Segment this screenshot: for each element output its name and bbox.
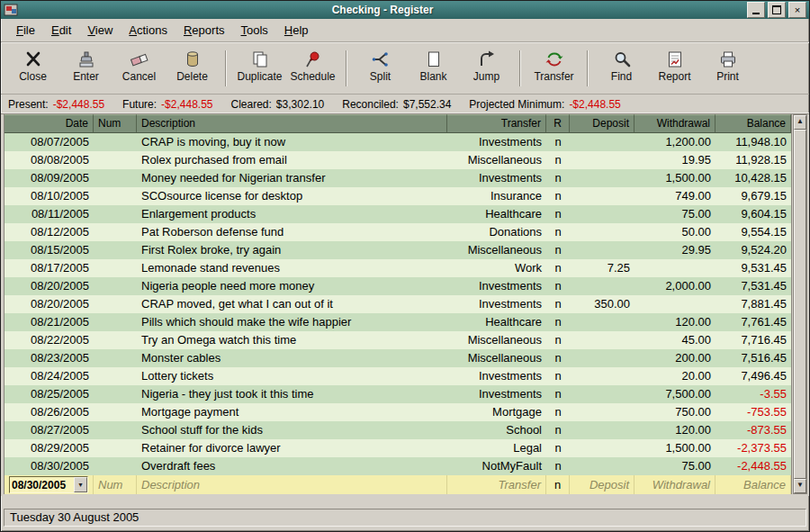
edit-reconcile-field[interactable]: n — [546, 475, 570, 494]
column-header-transfer[interactable]: Transfer — [447, 114, 546, 133]
table-row[interactable]: 08/17/2005 Lemonade stand revenues Work … — [4, 259, 791, 277]
table-row[interactable]: 08/07/2005 CRAP is moving, buy it now In… — [4, 133, 791, 151]
menu-file[interactable]: File — [8, 21, 43, 40]
vertical-scrollbar[interactable]: ▲ ▼ — [793, 114, 807, 494]
table-row[interactable]: 08/08/2005 Rolex purchased from email Mi… — [4, 151, 791, 169]
table-row[interactable]: 08/10/2005 SCOsource license for desktop… — [4, 187, 791, 205]
column-header-deposit[interactable]: Deposit — [570, 114, 634, 133]
menu-edit[interactable]: Edit — [43, 21, 79, 40]
menubar: File Edit View Actions Reports Tools Hel… — [1, 19, 809, 42]
cell-withdrawal: 120.00 — [634, 313, 716, 331]
cell-date: 08/11/2005 — [4, 205, 94, 223]
find-icon — [612, 50, 632, 69]
menu-help[interactable]: Help — [276, 21, 317, 40]
cell-deposit: 7.25 — [570, 259, 634, 277]
cell-description: Pat Roberson defense fund — [137, 223, 447, 241]
maximize-button[interactable] — [768, 2, 786, 18]
column-header-num[interactable]: Num — [94, 114, 137, 133]
chevron-down-icon: ▼ — [77, 475, 84, 494]
table-row[interactable]: 08/25/2005 Nigeria - they just took it t… — [4, 385, 791, 403]
app-icon[interactable] — [4, 4, 18, 16]
toolbar-cancel-button[interactable]: Cancel — [112, 47, 166, 89]
scroll-up-button[interactable]: ▲ — [794, 115, 806, 130]
column-header-description[interactable]: Description — [137, 114, 447, 133]
table-row[interactable]: 08/23/2005 Monster cables Miscellaneous … — [4, 349, 791, 367]
table-row[interactable]: 08/15/2005 First Rolex broke, try again … — [4, 241, 791, 259]
scroll-down-button[interactable]: ▼ — [794, 479, 806, 493]
cell-date: 08/15/2005 — [4, 241, 94, 259]
cell-deposit — [570, 313, 634, 331]
cell-num — [94, 421, 137, 439]
minimize-button[interactable] — [747, 2, 765, 18]
cell-num — [94, 385, 137, 403]
menu-reports[interactable]: Reports — [176, 21, 233, 40]
column-header-balance[interactable]: Balance — [716, 114, 791, 133]
toolbar-jump-button[interactable]: Jump — [460, 47, 513, 89]
schedule-icon — [303, 50, 323, 69]
toolbar-split-button[interactable]: Split — [354, 47, 407, 89]
cell-deposit — [570, 403, 634, 421]
cell-description: Lemonade stand revenues — [137, 259, 447, 277]
close-window-button[interactable]: × — [788, 2, 806, 18]
edit-description-field[interactable]: Description — [137, 475, 447, 494]
date-dropdown-button[interactable]: ▼ — [74, 477, 87, 492]
transaction-list: 08/07/2005 CRAP is moving, buy it now In… — [4, 133, 791, 475]
table-row[interactable]: 08/09/2005 Money needed for Nigerian tra… — [4, 169, 791, 187]
toolbar-close-button[interactable]: Close — [6, 47, 59, 89]
table-row[interactable]: 08/20/2005 Nigeria people need more mone… — [4, 277, 791, 295]
toolbar-transfer-button[interactable]: Transfer — [527, 47, 580, 89]
app-window: Checking - Register × File Edit View Act… — [0, 0, 810, 532]
column-header-withdrawal[interactable]: Withdrawal — [634, 114, 716, 133]
toolbar-report-button[interactable]: Report — [648, 47, 701, 89]
table-row[interactable]: 08/20/2005 CRAP moved, get what I can ou… — [4, 295, 791, 313]
toolbar-print-button[interactable]: Print — [701, 47, 754, 89]
menu-view[interactable]: View — [79, 21, 121, 40]
cell-r: n — [546, 295, 570, 313]
blank-icon — [424, 50, 444, 69]
toolbar-duplicate-button[interactable]: Duplicate — [233, 47, 286, 89]
cell-deposit — [570, 205, 634, 223]
menu-actions[interactable]: Actions — [121, 21, 176, 40]
titlebar[interactable]: Checking - Register × — [1, 1, 809, 19]
cell-balance: 7,716.45 — [716, 331, 791, 349]
table-row[interactable]: 08/11/2005 Enlargement products Healthca… — [4, 205, 791, 223]
table-row[interactable]: 08/22/2005 Try an Omega watch this time … — [4, 331, 791, 349]
table-row[interactable]: 08/24/2005 Lottery tickets Investments n… — [4, 367, 791, 385]
edit-transfer-field[interactable]: Transfer — [447, 475, 546, 494]
cell-withdrawal: 120.00 — [634, 421, 716, 439]
cell-transfer: School — [447, 421, 546, 439]
status-text: Tuesday 30 August 2005 — [4, 509, 806, 527]
scrollbar-thumb[interactable] — [794, 130, 806, 479]
toolbar-find-button[interactable]: Find — [595, 47, 648, 89]
cell-r: n — [546, 457, 570, 475]
maximize-icon — [772, 5, 781, 14]
toolbar-separator — [587, 50, 589, 86]
date-combo: ▼ — [9, 476, 88, 493]
toolbar-enter-button[interactable]: Enter — [59, 47, 112, 89]
date-input[interactable] — [10, 479, 74, 491]
cell-deposit: 350.00 — [570, 295, 634, 313]
cell-withdrawal: 1,500.00 — [634, 439, 716, 457]
table-row[interactable]: 08/26/2005 Mortgage payment Mortgage n 7… — [4, 403, 791, 421]
table-row[interactable]: 08/21/2005 Pills which should make the w… — [4, 313, 791, 331]
cell-transfer: Investments — [447, 277, 546, 295]
table-row[interactable]: 08/12/2005 Pat Roberson defense fund Don… — [4, 223, 791, 241]
edit-withdrawal-field[interactable]: Withdrawal — [634, 475, 716, 494]
cell-description: CRAP moved, get what I can out of it — [137, 295, 447, 313]
toolbar-schedule-button[interactable]: Schedule — [286, 47, 339, 89]
toolbar-delete-button[interactable]: Delete — [166, 47, 219, 89]
column-header-r[interactable]: R — [546, 114, 570, 133]
column-header-date[interactable]: Date — [4, 114, 94, 133]
toolbar-blank-button[interactable]: Blank — [407, 47, 460, 89]
cell-description: CRAP is moving, buy it now — [137, 133, 447, 151]
table-row[interactable]: 08/29/2005 Retainer for divorce lawyer L… — [4, 439, 791, 457]
cell-r: n — [546, 385, 570, 403]
menu-tools[interactable]: Tools — [233, 21, 276, 40]
edit-deposit-field[interactable]: Deposit — [570, 475, 634, 494]
transaction-edit-row[interactable]: ▼ Num Description Transfer n Deposit Wit… — [4, 475, 791, 494]
edit-num-field[interactable]: Num — [94, 475, 137, 494]
cell-description: Nigeria - they just took it this time — [137, 385, 447, 403]
print-icon — [718, 50, 738, 69]
table-row[interactable]: 08/27/2005 School stuff for the kids Sch… — [4, 421, 791, 439]
table-row[interactable]: 08/30/2005 Overdraft fees NotMyFault n 7… — [4, 457, 791, 475]
